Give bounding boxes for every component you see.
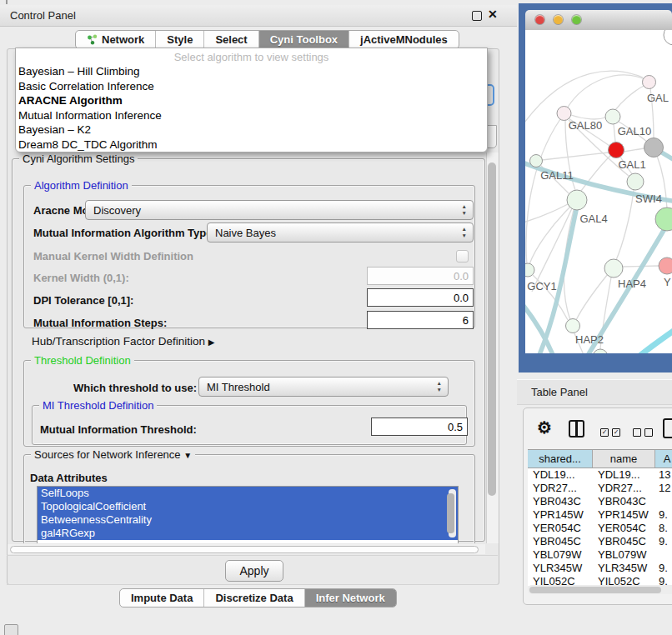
kernel-width-field[interactable]: 0.0 xyxy=(367,267,474,285)
dropdown-item[interactable]: Dream8 DC_TDC Algorithm xyxy=(16,138,487,152)
node-gal80 xyxy=(557,107,571,121)
dropdown-item[interactable]: Bayesian – K2 xyxy=(16,122,487,138)
algorithm-dropdown-list: Select algorithm to view settings Bayesi… xyxy=(15,48,488,152)
kernel-width-label: Kernel Width (0,1): xyxy=(33,272,129,284)
network-nodes[interactable] xyxy=(525,30,672,353)
data-attributes-list[interactable]: SelfLoops TopologicalCoefficient Between… xyxy=(37,486,459,543)
node xyxy=(643,76,656,89)
list-item[interactable]: gal4RGexp xyxy=(38,527,458,540)
tab-infer-network[interactable]: Infer Network xyxy=(305,589,396,607)
dropdown-item[interactable]: Bayesian – Hill Climbing xyxy=(16,64,487,79)
control-panel-tabbar: Network Style Select Cyni Toolbox jActiv… xyxy=(75,30,459,49)
cyni-bottom-tabbar: Impute Data Discretize Data Infer Networ… xyxy=(119,588,397,608)
apply-button[interactable]: Apply xyxy=(225,560,283,582)
hub-definition-toggle[interactable]: Hub/Transcription Factor Definition ▶ xyxy=(32,335,215,348)
close-traffic-light[interactable] xyxy=(535,15,544,24)
tab-jactivemnodules[interactable]: jActiveMNodules xyxy=(349,31,459,48)
list-item[interactable]: BetweennessCentrality xyxy=(38,513,458,527)
columns-icon[interactable] xyxy=(569,420,584,438)
combo-arrows-icon: ▲▼ xyxy=(462,203,467,217)
list-item[interactable]: TopologicalCoefficient xyxy=(38,500,458,513)
table-rows[interactable]: YDL19...YDL19...13 YDR27...YDR27...12 YB… xyxy=(528,468,672,586)
select-all-checks-icon[interactable]: ✓✓ xyxy=(600,424,624,439)
float-window-icon[interactable] xyxy=(472,11,482,21)
node-label: HAP4 xyxy=(618,278,646,290)
node-label: Y xyxy=(664,276,671,288)
dropdown-item[interactable]: Basic Correlation Inference xyxy=(16,79,487,94)
node-gal11 xyxy=(530,155,543,168)
list-item[interactable]: SelfLoops xyxy=(38,487,458,500)
which-threshold-label: Which threshold to use: xyxy=(73,382,197,394)
node-hap4 xyxy=(604,259,623,278)
table-row[interactable]: YDL19...YDL19...13 xyxy=(528,468,672,482)
minimize-traffic-light[interactable] xyxy=(554,15,563,24)
combo-arrows-icon: ▲▼ xyxy=(462,226,467,239)
node-hap2 xyxy=(566,319,580,333)
node-gal4 xyxy=(567,190,587,210)
table-row[interactable]: YBR045CYBR045C9. xyxy=(528,535,672,548)
column-header-name[interactable]: name xyxy=(593,450,655,468)
divider xyxy=(7,584,498,585)
table-row[interactable]: YDR27...YDR27...12 xyxy=(528,482,672,495)
tab-discretize-data[interactable]: Discretize Data xyxy=(204,589,304,607)
dropdown-prompt: Select algorithm to view settings xyxy=(16,48,487,64)
mi-steps-field[interactable]: 6 xyxy=(367,311,474,329)
group-title[interactable]: Sources for Network Inference ▼ xyxy=(31,448,195,461)
group-title: Threshold Definition xyxy=(31,354,134,367)
highlight-edge xyxy=(639,328,672,353)
node xyxy=(593,349,608,353)
tab-network-label: Network xyxy=(102,33,144,46)
which-threshold-select[interactable]: MI Threshold ▲▼ xyxy=(198,377,449,397)
node-label: SWI4 xyxy=(635,192,662,205)
divider xyxy=(7,555,498,556)
floating-grip-icon[interactable] xyxy=(4,624,18,635)
node-gal10 xyxy=(605,109,620,124)
group-title: MI Threshold Definition xyxy=(39,399,157,412)
table-row[interactable]: YPR145WYPR145W9. xyxy=(528,508,672,522)
list-scrollbar[interactable] xyxy=(449,489,456,538)
aracne-mode-select[interactable]: Discovery ▲▼ xyxy=(85,200,474,220)
deselect-all-checks-icon[interactable] xyxy=(633,424,656,439)
node xyxy=(655,208,672,231)
tab-style[interactable]: Style xyxy=(156,31,204,48)
mi-algorithm-type-select[interactable]: Naive Bayes ▲▼ xyxy=(207,222,474,242)
mi-steps-label: Mutual Information Steps: xyxy=(33,317,167,329)
node-label: GAL xyxy=(647,92,669,104)
table-row[interactable]: YBR043CYBR043C xyxy=(528,495,672,508)
zoom-traffic-light[interactable] xyxy=(572,15,581,24)
table-row[interactable]: YLR345WYLR345W9. xyxy=(528,562,672,575)
table-header-row: shared... name A xyxy=(528,449,672,468)
control-panel-title: Control Panel xyxy=(10,9,76,22)
collapsed-arrow-icon: ▶ xyxy=(208,338,215,347)
dpi-tolerance-field[interactable]: 0.0 xyxy=(367,288,474,307)
new-file-icon[interactable] xyxy=(663,418,672,438)
node xyxy=(664,30,672,45)
tab-network[interactable]: Network xyxy=(76,31,156,48)
tab-select[interactable]: Select xyxy=(204,31,258,48)
settings-vertical-scrollbar-thumb[interactable] xyxy=(488,162,496,496)
close-icon[interactable]: ✕ xyxy=(488,8,498,21)
table-horizontal-scrollbar-thumb[interactable] xyxy=(529,587,661,593)
gear-icon[interactable]: ⚙ xyxy=(537,418,552,438)
dropdown-item[interactable]: Mutual Information Inference xyxy=(16,108,487,123)
node-label: HAP2 xyxy=(575,333,604,346)
tab-cyni-toolbox[interactable]: Cyni Toolbox xyxy=(259,31,349,48)
column-header-partial[interactable]: A xyxy=(655,450,672,468)
mi-threshold-field[interactable]: 0.5 xyxy=(371,418,468,436)
tab-impute-data[interactable]: Impute Data xyxy=(120,589,204,607)
mi-algorithm-type-label: Mutual Information Algorithm Type: xyxy=(33,227,216,239)
table-row[interactable]: YBL079WYBL079W xyxy=(528,548,672,562)
dropdown-item-highlighted[interactable]: ARACNE Algorithm xyxy=(16,93,487,108)
node xyxy=(644,138,664,158)
network-window-titlebar[interactable] xyxy=(525,10,672,31)
node xyxy=(659,258,672,274)
network-canvas[interactable]: GAL GAL80 GAL10 GAL1 GAL11 GAL4 SWI4 Y H… xyxy=(525,30,672,353)
settings-horizontal-scrollbar-thumb[interactable] xyxy=(10,546,479,553)
table-row[interactable]: YER054CYER054C8. xyxy=(528,522,672,535)
column-header-shared-name[interactable]: shared... xyxy=(528,450,593,468)
list-scrollbar-thumb[interactable] xyxy=(447,493,454,533)
manual-kernel-checkbox[interactable] xyxy=(456,250,469,262)
node-label: GCY1 xyxy=(527,280,556,292)
node-label: GAL1 xyxy=(618,158,645,171)
table-horizontal-scrollbar[interactable] xyxy=(528,585,672,594)
